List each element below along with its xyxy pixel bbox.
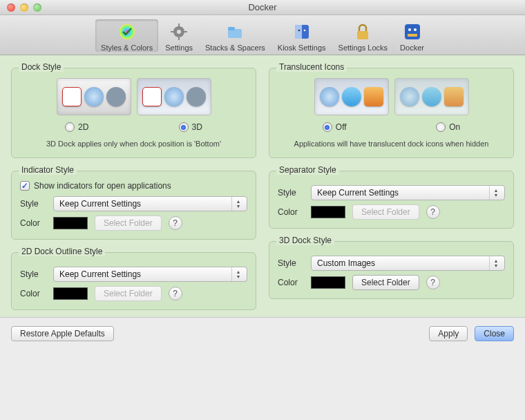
dock-style-thumbs [20, 78, 247, 115]
tab-label: Settings [165, 44, 193, 52]
thumb-3d[interactable] [137, 78, 211, 115]
group-title: 3D Dock Style [276, 236, 334, 245]
indicator-style-select[interactable]: Keep Current Settings [53, 196, 247, 211]
svg-point-2 [177, 30, 181, 34]
style-label: Style [278, 258, 304, 268]
thumb-off[interactable] [314, 78, 389, 115]
help-button[interactable]: ? [426, 205, 440, 219]
folder-icon [225, 22, 245, 41]
dock3d-select-folder-button[interactable]: Select Folder [352, 275, 419, 290]
group-translucent-icons: Translucent Icons Off On Applications wi… [269, 68, 514, 158]
radio-off[interactable]: Off [323, 122, 347, 132]
select-arrows-icon [489, 256, 502, 270]
footer: Restore Apple Defaults Apply Close [0, 317, 525, 354]
tab-label: Settings Locks [338, 44, 388, 52]
help-button[interactable]: ? [426, 276, 440, 289]
outline2d-style-select[interactable]: Keep Current Settings [53, 267, 247, 282]
indicator-color-swatch[interactable] [53, 217, 88, 229]
color-label: Color [20, 218, 46, 228]
group-3d-dock-style: 3D Dock Style Style Custom Images Color … [269, 241, 514, 299]
dock-style-radios: 2D 3D [20, 122, 247, 132]
select-arrows-icon [489, 186, 502, 200]
group-title: Translucent Icons [276, 62, 347, 72]
group-dock-style: Dock Style 2D 3D 3D Dock applies only wh… [11, 68, 256, 158]
titlebar: Docker [0, 0, 525, 15]
tab-label: Kiosk Settings [278, 44, 326, 52]
tab-settings-locks[interactable]: Settings Locks [333, 19, 394, 52]
svg-rect-6 [184, 31, 187, 32]
group-2d-outline-style: 2D Dock Outline Style Style Keep Current… [11, 252, 256, 310]
svg-point-12 [303, 30, 305, 32]
dock3d-color-swatch[interactable] [311, 276, 345, 289]
group-title: Separator Style [276, 165, 339, 175]
svg-rect-3 [178, 23, 180, 27]
select-value: Keep Current Settings [317, 188, 399, 198]
select-value: Keep Current Settings [59, 199, 141, 209]
right-column: Translucent Icons Off On Applications wi… [269, 68, 514, 310]
radio-label: 3D [192, 122, 202, 132]
group-title: Dock Style [19, 62, 64, 72]
radio-on[interactable]: On [436, 122, 460, 132]
svg-point-16 [408, 28, 411, 31]
radio-3d[interactable]: 3D [179, 122, 202, 132]
close-button[interactable]: Close [475, 326, 514, 341]
select-arrows-icon [231, 197, 244, 211]
style-label: Style [20, 199, 46, 209]
group-indicator-style: Indicator Style ✓ Show indicators for op… [11, 171, 256, 240]
tab-settings[interactable]: Settings [160, 19, 198, 52]
thumb-2d[interactable] [57, 78, 131, 115]
checkbox-show-indicators[interactable]: ✓ Show indicators for open applications [20, 181, 247, 191]
svg-rect-15 [408, 34, 417, 37]
restore-defaults-button[interactable]: Restore Apple Defaults [11, 326, 114, 341]
color-label: Color [278, 278, 304, 287]
tab-stacks-spacers[interactable]: Stacks & Spacers [200, 19, 271, 52]
svg-rect-14 [405, 24, 420, 39]
style-label: Style [20, 269, 46, 279]
help-button[interactable]: ? [169, 287, 182, 300]
color-label: Color [20, 289, 46, 298]
svg-point-17 [414, 28, 417, 31]
color-label: Color [278, 207, 304, 217]
svg-rect-10 [295, 25, 302, 39]
radio-label: Off [336, 122, 347, 132]
svg-rect-13 [357, 31, 368, 39]
outline2d-color-swatch[interactable] [53, 287, 88, 300]
select-arrows-icon [231, 267, 244, 281]
left-column: Dock Style 2D 3D 3D Dock applies only wh… [11, 68, 256, 310]
select-value: Custom Images [317, 258, 375, 268]
tab-label: Styles & Colors [101, 44, 153, 52]
svg-point-11 [298, 30, 300, 32]
separator-color-swatch[interactable] [311, 206, 345, 218]
radio-label: 2D [78, 122, 88, 132]
checkbox-label: Show indicators for open applications [34, 181, 171, 191]
svg-rect-4 [178, 37, 180, 40]
translucent-radios: Off On [278, 122, 505, 132]
checkbox-icon: ✓ [20, 181, 30, 191]
indicator-select-folder-button: Select Folder [95, 216, 162, 231]
tab-label: Docker [400, 44, 424, 52]
svg-rect-8 [228, 27, 235, 30]
thumb-on[interactable] [394, 78, 469, 115]
translucent-thumbs [278, 78, 505, 115]
select-value: Keep Current Settings [59, 269, 141, 279]
dock3d-style-select[interactable]: Custom Images [311, 256, 505, 271]
separator-select-folder-button: Select Folder [352, 204, 419, 220]
style-label: Style [278, 188, 304, 198]
finder-icon [292, 22, 312, 41]
radio-2d[interactable]: 2D [65, 122, 88, 132]
help-button[interactable]: ? [169, 216, 182, 230]
separator-style-select[interactable]: Keep Current Settings [311, 185, 505, 200]
group-title: 2D Dock Outline Style [19, 247, 105, 256]
tab-docker[interactable]: Docker [394, 19, 430, 52]
docker-app-icon [403, 22, 422, 41]
tab-label: Stacks & Spacers [205, 44, 265, 52]
tab-kiosk-settings[interactable]: Kiosk Settings [272, 19, 332, 52]
tab-styles-colors[interactable]: Styles & Colors [95, 19, 158, 52]
dock-style-hint: 3D Dock applies only when dock position … [20, 139, 247, 149]
gear-icon [169, 22, 189, 41]
apply-button[interactable]: Apply [429, 326, 468, 341]
radio-label: On [449, 122, 460, 132]
translucent-hint: Applications will have translucent dock … [278, 139, 505, 149]
color-wheel-icon [117, 22, 137, 41]
toolbar: Styles & Colors Settings Stacks & Spacer… [0, 15, 525, 55]
